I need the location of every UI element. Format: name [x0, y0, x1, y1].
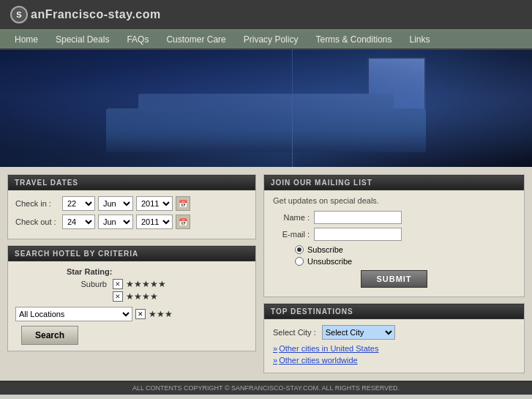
star-rating-label: Star Rating:	[67, 267, 112, 276]
travel-dates-section: Travel Dates Check in : 22 Jun 2011 📅	[7, 174, 256, 239]
hero-image	[0, 50, 532, 167]
mailing-header: Join Our Mailing List	[264, 175, 524, 190]
unsubscribe-radio[interactable]	[295, 257, 304, 266]
checkout-row: Check out : 24 Jun 2011 📅	[15, 215, 248, 229]
email-input[interactable]	[314, 228, 402, 241]
name-input[interactable]	[314, 211, 402, 224]
destinations-header: Top Destinations	[264, 304, 524, 319]
right-panel: Join Our Mailing List Get updates on spe…	[263, 174, 525, 373]
criteria-section: Search Hotel By Criteria Star Rating: Su…	[7, 245, 256, 351]
nav-home[interactable]: Home	[6, 29, 47, 50]
submit-button[interactable]: SUBMIT	[361, 270, 427, 288]
header: S anFrancisco-stay.com	[0, 0, 532, 29]
checkout-day-select[interactable]: 24	[62, 215, 95, 229]
nav-links[interactable]: Links	[401, 29, 439, 50]
stars-5-row: Suburb ✕ ★★★★★	[59, 279, 166, 289]
subscribe-radio-row: Subscribe	[295, 245, 515, 254]
checkin-label: Check in :	[15, 199, 59, 208]
city-select-row: Select City : Select City	[273, 325, 515, 340]
checkout-calendar-icon[interactable]: 📅	[176, 215, 190, 229]
stars-5-display: ★★★★★	[126, 279, 166, 289]
location-row: All Locations ✕ ★★★	[15, 307, 173, 321]
logo-icon: S	[10, 6, 28, 23]
footer-text: ALL CONTENTS COPYRIGHT © SANFRANCISCO-ST…	[132, 384, 400, 392]
checkin-day-select[interactable]: 22	[62, 196, 95, 211]
unsubscribe-radio-row: Unsubscribe	[295, 257, 515, 266]
other-cities-worldwide-link[interactable]: »Other cities worldwide	[273, 356, 515, 365]
checkout-label: Check out :	[15, 217, 59, 226]
unsubscribe-label: Unsubscribe	[307, 257, 352, 266]
checkin-row: Check in : 22 Jun 2011 📅	[15, 196, 248, 211]
mailing-section: Join Our Mailing List Get updates on spe…	[263, 174, 525, 297]
checkout-year-select[interactable]: 2011	[136, 215, 173, 229]
nav-special-deals[interactable]: Special Deals	[47, 29, 118, 50]
destinations-body: Select City : Select City »Other cities …	[264, 319, 524, 373]
other-cities-us-link[interactable]: »Other cities in United States	[273, 344, 515, 353]
checkout-month-select[interactable]: Jun	[98, 215, 133, 229]
email-row: E-mail :	[273, 228, 515, 241]
suburb-label: Suburb	[59, 280, 107, 288]
travel-dates-form: Check in : 22 Jun 2011 📅 Check out :	[8, 190, 255, 239]
site-title: anFrancisco-stay.com	[31, 8, 161, 21]
nav-customer-care[interactable]: Customer Care	[157, 29, 234, 50]
mailing-body: Get updates on special deals. Name : E-m…	[264, 190, 524, 297]
stars-5-checkbox[interactable]: ✕	[113, 279, 123, 289]
travel-dates-header: Travel Dates	[8, 175, 255, 190]
stars-4-display: ★★★★	[126, 291, 158, 302]
criteria-form: Star Rating: Suburb ✕ ★★★★★ ✕ ★★★★	[8, 261, 255, 351]
select-city-label: Select City :	[273, 328, 316, 337]
nav-faqs[interactable]: FAQs	[118, 29, 157, 50]
search-button[interactable]: Search	[21, 326, 78, 345]
stars-3-checkbox[interactable]: ✕	[135, 309, 146, 319]
subscription-options: Subscribe Unsubscribe	[295, 245, 515, 266]
stars-3-display: ★★★	[149, 309, 173, 319]
name-label: Name :	[273, 213, 310, 222]
mailing-desc: Get updates on special deals.	[273, 196, 515, 205]
stars-4-row: ✕ ★★★★	[59, 291, 158, 302]
destinations-section: Top Destinations Select City : Select Ci…	[263, 303, 525, 373]
subscribe-label: Subscribe	[307, 245, 343, 254]
footer: ALL CONTENTS COPYRIGHT © SANFRANCISCO-ST…	[0, 381, 532, 395]
name-row: Name :	[273, 211, 515, 224]
nav-privacy-policy[interactable]: Privacy Policy	[235, 29, 307, 50]
main-content: Travel Dates Check in : 22 Jun 2011 📅	[0, 167, 532, 381]
subscribe-radio[interactable]	[295, 245, 304, 254]
checkin-year-select[interactable]: 2011	[136, 196, 173, 211]
email-label: E-mail :	[273, 230, 310, 239]
left-panel: Travel Dates Check in : 22 Jun 2011 📅	[7, 174, 256, 373]
hero-overlay	[0, 50, 532, 167]
arrow-icon-1: »	[273, 344, 277, 353]
checkin-calendar-icon[interactable]: 📅	[176, 196, 190, 211]
nav-terms-conditions[interactable]: Terms & Conditions	[307, 29, 400, 50]
navigation: Home Special Deals FAQs Customer Care Pr…	[0, 29, 532, 50]
criteria-header: Search Hotel By Criteria	[8, 246, 255, 261]
city-select[interactable]: Select City	[322, 325, 395, 340]
link-1-row: »Other cities in United States	[273, 344, 515, 353]
stars-4-checkbox[interactable]: ✕	[113, 291, 123, 302]
checkin-month-select[interactable]: Jun	[98, 196, 133, 211]
link-2-row: »Other cities worldwide	[273, 356, 515, 365]
arrow-icon-2: »	[273, 356, 277, 365]
location-select[interactable]: All Locations	[15, 307, 132, 321]
